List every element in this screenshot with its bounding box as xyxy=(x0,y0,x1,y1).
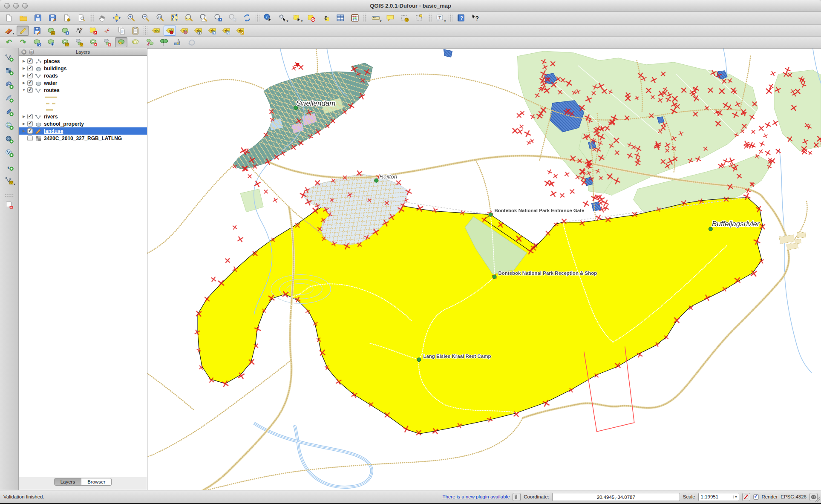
merge-attributes-button[interactable] xyxy=(171,37,184,47)
expand-icon[interactable]: ▶ xyxy=(21,115,26,118)
expand-icon[interactable]: ▶ xyxy=(21,122,26,126)
add-wcs-layer-button[interactable] xyxy=(3,133,16,146)
layer-item-3420C_2010_327_RGB_LATLNG[interactable]: 3420C_2010_327_RGB_LATLNG xyxy=(19,135,147,142)
expand-icon[interactable]: ▶ xyxy=(21,66,26,70)
toggle-editing-button[interactable] xyxy=(17,26,29,36)
select-features-button[interactable]: ▼ xyxy=(291,12,303,23)
split-features-button[interactable]: ✂ xyxy=(143,37,156,47)
measure-button[interactable]: ▼ xyxy=(369,12,382,23)
new-project-button[interactable] xyxy=(3,12,15,23)
attribute-table-button[interactable] xyxy=(334,12,347,23)
feature-action-button[interactable]: ▼ xyxy=(276,12,289,23)
render-checkbox[interactable] xyxy=(753,494,759,500)
cut-features-button[interactable]: ✂ xyxy=(101,26,113,36)
add-wfs-layer-button[interactable] xyxy=(3,147,16,159)
add-feature-button[interactable]: ✱ xyxy=(45,26,57,36)
layer-item-buildings[interactable]: ▶buildings xyxy=(19,65,147,72)
layer-item-school_property[interactable]: ▶school_property xyxy=(19,120,147,127)
layer-item-landuse[interactable]: ▶landuse xyxy=(19,127,147,135)
add-part-button[interactable]: ✱ xyxy=(73,37,85,47)
add-ring-button[interactable]: ✱ xyxy=(59,37,71,47)
zoom-next-button[interactable] xyxy=(226,12,239,23)
layer-visibility-checkbox[interactable] xyxy=(27,87,33,93)
zoom-in-button[interactable] xyxy=(125,12,138,23)
expand-icon[interactable]: ▶ xyxy=(21,74,26,78)
layer-visibility-checkbox[interactable] xyxy=(27,80,33,86)
node-tool-button[interactable] xyxy=(73,26,85,36)
zoom-out-button[interactable] xyxy=(139,12,152,23)
delete-ring-button[interactable] xyxy=(87,37,99,47)
add-raster-layer-button[interactable] xyxy=(3,65,16,78)
zoom-to-layer-button[interactable] xyxy=(197,12,210,23)
panel-tab-browser[interactable]: Browser xyxy=(81,478,112,486)
expand-icon[interactable]: ▶ xyxy=(21,81,26,85)
redo-button[interactable]: ↷ xyxy=(17,37,29,47)
scale-combo[interactable]: 1:19951 ▼ xyxy=(698,493,739,501)
select-expression-button[interactable]: ε xyxy=(320,12,332,23)
layer-item-places[interactable]: ▶places xyxy=(19,58,147,65)
new-bookmark-button[interactable]: ✱ xyxy=(398,12,411,23)
deselect-all-button[interactable] xyxy=(305,12,318,23)
new-shapefile-layer-button[interactable]: ✱▼ xyxy=(3,174,16,187)
new-plugin-link[interactable]: There is a new plugin available xyxy=(442,494,510,499)
composer-manager-button[interactable] xyxy=(75,12,88,23)
layer-item-water[interactable]: ▶water xyxy=(19,79,147,86)
panel-tab-layers[interactable]: Layers xyxy=(54,478,82,486)
simplify-feature-button[interactable] xyxy=(45,37,57,47)
expand-icon[interactable]: ▶ xyxy=(21,129,26,133)
delete-part-button[interactable] xyxy=(101,37,113,47)
labeling-options-button[interactable]: abc xyxy=(150,26,162,36)
split-parts-button[interactable] xyxy=(157,37,170,47)
coordinate-input[interactable]: 20.4945,-34.0787 xyxy=(552,493,680,501)
help-contents-button[interactable]: ? xyxy=(455,12,467,23)
layer-item-routes[interactable]: ▼routes xyxy=(19,86,147,94)
rotate-feature-button[interactable] xyxy=(31,37,43,47)
layer-item-rivers[interactable]: ▶rivers xyxy=(19,113,147,120)
layer-visibility-checkbox[interactable] xyxy=(27,73,33,78)
show-hide-labels-button[interactable]: abc xyxy=(192,26,204,36)
highlight-pinned-labels-button[interactable]: ab xyxy=(178,26,190,36)
refresh-button[interactable] xyxy=(241,12,254,23)
map-tips-button[interactable] xyxy=(384,12,397,23)
add-delimited-text-layer-button[interactable]: , xyxy=(3,160,16,173)
save-layer-edits-button[interactable] xyxy=(31,26,43,36)
open-project-button[interactable] xyxy=(17,12,30,23)
zoom-full-button[interactable] xyxy=(168,12,181,23)
identify-button[interactable]: i xyxy=(262,12,274,23)
expand-icon[interactable]: ▶ xyxy=(21,59,26,63)
field-calculator-button[interactable] xyxy=(349,12,361,23)
resize-grip[interactable] xyxy=(815,497,820,502)
zoom-to-selection-button[interactable] xyxy=(183,12,196,23)
delete-selected-button[interactable] xyxy=(87,26,99,36)
pan-to-selection-button[interactable] xyxy=(110,12,123,23)
reshape-features-button[interactable] xyxy=(115,37,127,47)
change-label-button[interactable]: abc xyxy=(234,26,246,36)
new-composer-button[interactable]: ✱ xyxy=(60,12,73,23)
add-wms-layer-button[interactable] xyxy=(3,119,16,132)
layer-visibility-checkbox[interactable] xyxy=(27,128,33,134)
undo-button[interactable]: ↶ xyxy=(3,37,15,47)
whats-this-button[interactable]: ? xyxy=(469,12,482,23)
offset-curve-button[interactable] xyxy=(129,37,141,47)
pan-map-button[interactable] xyxy=(96,12,109,23)
layer-visibility-checkbox[interactable] xyxy=(27,58,33,64)
collapse-icon[interactable]: ▼ xyxy=(21,88,26,92)
layer-visibility-checkbox[interactable] xyxy=(27,121,33,127)
add-mssql-layer-button[interactable] xyxy=(3,106,16,118)
zoom-last-button[interactable] xyxy=(212,12,225,23)
layer-visibility-checkbox[interactable] xyxy=(27,135,33,141)
current-edits-button[interactable]: ▼ xyxy=(3,26,15,36)
stop-render-icon[interactable] xyxy=(742,493,750,501)
add-vector-layer-button[interactable] xyxy=(3,51,16,64)
layer-visibility-checkbox[interactable] xyxy=(27,66,33,71)
remove-layer-button[interactable] xyxy=(3,199,16,211)
save-project-button[interactable] xyxy=(32,12,44,23)
map-canvas[interactable]: SwellendamRailtonBontebok National Park … xyxy=(147,48,821,490)
zoom-native-button[interactable]: 1:1 xyxy=(154,12,167,23)
layer-visibility-checkbox[interactable] xyxy=(27,114,33,119)
add-postgis-layer-button[interactable] xyxy=(3,78,16,91)
text-annotation-button[interactable]: T▼ xyxy=(434,12,447,23)
rotate-point-symbols-button[interactable] xyxy=(185,37,198,47)
layer-item-roads[interactable]: ▶roads xyxy=(19,72,147,79)
scale-dropdown-icon[interactable]: ▼ xyxy=(733,495,739,498)
